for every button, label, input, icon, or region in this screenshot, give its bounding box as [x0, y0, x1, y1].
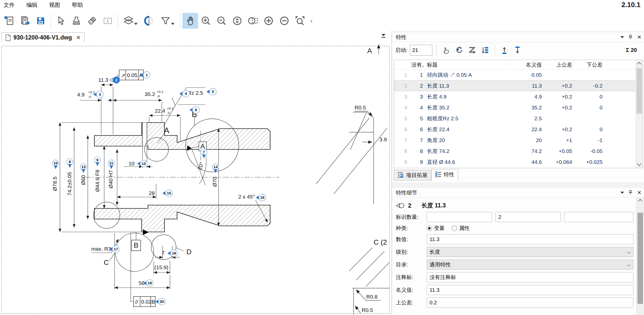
- scrollbar-thumb[interactable]: [636, 68, 642, 114]
- catalog-select[interactable]: 通用特性: [427, 260, 633, 270]
- note-input[interactable]: 没有注释标: [427, 272, 633, 282]
- decrease-button[interactable]: [276, 13, 292, 29]
- zoom-dynamic-button[interactable]: [229, 13, 245, 29]
- id-count-input-1[interactable]: [427, 212, 492, 222]
- radio-variable[interactable]: [427, 226, 432, 231]
- balloon-13[interactable]: 13: [80, 164, 87, 173]
- col-upper[interactable]: 上公差: [544, 60, 574, 69]
- mirror-arc-button[interactable]: [141, 13, 157, 29]
- upper-tolerance-input[interactable]: 0.2: [427, 298, 633, 308]
- table-row[interactable]: 44长度 35.235.2+0.20: [394, 102, 636, 113]
- table-row[interactable]: 55粗糙度Rz 2.52.5: [394, 113, 636, 124]
- zoom-fit-button[interactable]: [292, 13, 308, 29]
- table-row[interactable]: 33长度 4.94.9+0.20: [394, 91, 636, 102]
- item-title: 长度 11.3: [421, 202, 446, 209]
- balloon-4[interactable]: 4: [179, 90, 189, 97]
- scroll-up-icon[interactable]: [638, 199, 642, 203]
- balloon-10[interactable]: 10: [53, 160, 59, 169]
- tab-characteristics[interactable]: 特性: [431, 169, 458, 181]
- balloon-3[interactable]: 3: [93, 91, 103, 98]
- level-select[interactable]: 长度: [427, 247, 633, 257]
- z-order-button[interactable]: [467, 45, 478, 56]
- collapse-toolbar-button[interactable]: ‹: [310, 17, 313, 25]
- renumber-button[interactable]: [454, 45, 464, 56]
- balloon-12[interactable]: 12: [137, 160, 147, 167]
- pin-icon[interactable]: [629, 190, 632, 195]
- svg-text:10: 10: [54, 161, 58, 165]
- balloon-11[interactable]: 11: [108, 160, 115, 169]
- balloon-19[interactable]: 19: [143, 280, 153, 287]
- balloon-6[interactable]: 6: [189, 107, 200, 113]
- move-top-button[interactable]: [499, 45, 510, 56]
- col-nominal[interactable]: 名义值: [511, 60, 544, 69]
- radio-attribute-label: 属性: [459, 225, 470, 232]
- col-title[interactable]: 标题: [425, 60, 511, 69]
- menu-help[interactable]: 帮助: [72, 1, 83, 9]
- balloon-2-selected[interactable]: 2: [110, 77, 120, 84]
- document-tabstrip: 930-1200-406-V1.dwg ✕: [0, 32, 392, 42]
- balloon-8[interactable]: 8: [67, 159, 73, 168]
- close-panel-icon[interactable]: ✕: [637, 190, 641, 196]
- radio-attribute[interactable]: [452, 226, 457, 231]
- id-count-input-2[interactable]: 2: [496, 212, 561, 222]
- layers-button[interactable]: [120, 13, 141, 29]
- close-icon[interactable]: ✕: [76, 34, 80, 41]
- menu-file[interactable]: 文件: [4, 1, 15, 9]
- scroll-down-icon[interactable]: [637, 162, 641, 166]
- scroll-up-icon[interactable]: [637, 62, 641, 66]
- table-row[interactable]: 99直径 Ø 44.644.6+0.064+0.025: [394, 156, 636, 167]
- id-count-input-3[interactable]: [564, 212, 633, 222]
- tab-project-expand[interactable]: 项目拓展: [394, 170, 431, 181]
- move-bottom-button[interactable]: [512, 45, 523, 56]
- pick-mode-button[interactable]: [441, 45, 451, 56]
- open-document-button[interactable]: [17, 13, 33, 29]
- new-document-button[interactable]: [2, 13, 17, 29]
- balloon-15[interactable]: 15: [162, 190, 173, 197]
- select-cursor-button[interactable]: [53, 13, 69, 29]
- save-button[interactable]: [33, 13, 49, 29]
- balloon-20[interactable]: 20: [155, 298, 165, 305]
- balloon-stamp-button[interactable]: [69, 13, 84, 29]
- details-scrollbar[interactable]: [636, 198, 644, 315]
- filter-button[interactable]: [157, 13, 178, 29]
- table-row[interactable]: 66长度 22.422.4+0.20: [394, 124, 636, 135]
- zoom-window-button[interactable]: [245, 13, 261, 29]
- balloon-16[interactable]: 16: [256, 194, 266, 201]
- menu-edit[interactable]: 编辑: [26, 1, 37, 9]
- col-lower[interactable]: 下公差: [574, 60, 605, 69]
- balloon-14[interactable]: 14: [212, 164, 219, 173]
- zoom-out-button[interactable]: [214, 13, 229, 29]
- collapse-panel-icon[interactable]: [620, 36, 624, 38]
- sort-list-button[interactable]: [480, 45, 491, 56]
- zoom-in-button[interactable]: [198, 13, 214, 29]
- filter-dropdown-caret[interactable]: [171, 23, 175, 25]
- document-tab[interactable]: 930-1200-406-V1.dwg ✕: [2, 32, 84, 43]
- collapse-panel-icon[interactable]: [620, 192, 624, 194]
- tag-button[interactable]: [84, 13, 100, 29]
- drawing-canvas[interactable]: ↗ 0.05 A 11.3 4.9 +0.2 -0 35.2 +0.2 -0 2…: [0, 42, 392, 315]
- table-cell: 直径 Ø 44.6: [425, 156, 511, 167]
- balloon-18[interactable]: 18: [167, 250, 178, 257]
- close-panel-icon[interactable]: ✕: [637, 34, 641, 40]
- layers-dropdown-caret[interactable]: [134, 23, 138, 25]
- col-no[interactable]: 没有。: [409, 60, 425, 69]
- scrollbar-thumb[interactable]: [637, 213, 643, 304]
- balloon-9[interactable]: 9: [94, 157, 101, 166]
- svg-text:3: 3: [99, 92, 101, 96]
- tab-list-menu[interactable]: [381, 34, 385, 38]
- pan-hand-button[interactable]: [182, 13, 198, 29]
- note-row: 注释标: 没有注释标: [396, 272, 633, 282]
- auto-balloon-region-button[interactable]: 1: [100, 13, 116, 29]
- table-row[interactable]: 22长度 11.311.3+0.2-0.2: [394, 80, 636, 91]
- nominal-input[interactable]: 11.3: [427, 285, 633, 295]
- pin-icon[interactable]: [629, 35, 632, 40]
- increase-button[interactable]: [261, 13, 276, 29]
- table-scrollbar[interactable]: [635, 60, 643, 168]
- balloon-5[interactable]: 5: [206, 88, 217, 95]
- menu-view[interactable]: 视图: [49, 1, 60, 9]
- start-input[interactable]: [410, 45, 432, 55]
- table-row[interactable]: 77角度 2020+1-1: [394, 135, 636, 146]
- table-row[interactable]: 88长度 74.274.2+0.05-0.05: [394, 146, 636, 156]
- value-input[interactable]: 11.3: [427, 234, 633, 244]
- table-row[interactable]: 11径向跳动 ↗ 0.05 A0.05: [394, 69, 636, 80]
